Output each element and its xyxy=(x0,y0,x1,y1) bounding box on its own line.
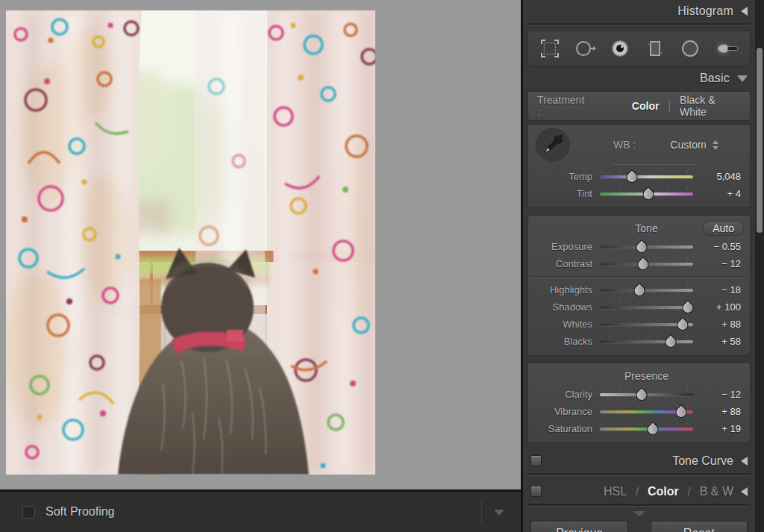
whites-slider[interactable] xyxy=(600,317,693,332)
highlights-value: − 18 xyxy=(693,284,744,295)
soft-proofing-label: Soft Proofing xyxy=(46,505,115,519)
reset-button[interactable]: Reset xyxy=(651,521,748,532)
auto-tone-button[interactable]: Auto xyxy=(703,221,744,236)
hsl-separator: / xyxy=(636,486,639,498)
basic-panel-header[interactable]: Basic xyxy=(523,68,755,89)
bw-option[interactable]: B & W xyxy=(700,485,733,498)
vibrance-slider[interactable] xyxy=(600,404,693,419)
clarity-slider-row: Clarity − 12 xyxy=(528,386,750,403)
presence-section-title: Presence xyxy=(600,370,693,382)
tone-section-title: Tone xyxy=(600,222,693,234)
whites-slider-row: Whites + 88 xyxy=(528,316,750,333)
bottom-toolbar: Soft Proofing xyxy=(0,489,521,532)
tool-strip xyxy=(527,31,751,66)
saturation-slider[interactable] xyxy=(600,422,693,436)
wb-selected-value[interactable]: Custom xyxy=(670,139,706,151)
hsl-separator: / xyxy=(688,486,691,498)
wb-stepper-icon[interactable] xyxy=(713,140,718,150)
adjustment-brush-tool-icon[interactable] xyxy=(714,37,739,60)
temp-label: Temp xyxy=(528,171,600,182)
collapse-down-icon xyxy=(737,75,748,82)
hsl-panel-header[interactable]: HSL / Color / B & W xyxy=(523,480,755,503)
shadows-slider-track[interactable] xyxy=(600,306,693,309)
highlights-slider-track[interactable] xyxy=(600,289,693,292)
wb-label: WB : xyxy=(613,139,636,151)
contrast-slider[interactable] xyxy=(600,257,693,272)
previous-button[interactable]: Previous xyxy=(530,521,628,532)
slider-ticks xyxy=(600,388,693,391)
vibrance-slider-row: Vibrance + 88 xyxy=(528,403,750,420)
temp-slider-row: Temp 5,048 xyxy=(528,168,750,185)
blacks-slider[interactable] xyxy=(600,334,693,349)
color-option[interactable]: Color xyxy=(648,485,679,498)
shadows-slider-row: Shadows + 100 xyxy=(528,298,750,316)
exposure-slider[interactable] xyxy=(600,240,693,254)
highlights-label: Highlights xyxy=(528,284,600,295)
histogram-panel-header[interactable]: Histogram xyxy=(523,0,755,22)
tint-slider[interactable] xyxy=(600,187,693,201)
whites-label: Whites xyxy=(528,319,600,330)
exposure-label: Exposure xyxy=(528,241,600,252)
hsl-toggle[interactable] xyxy=(530,486,542,497)
contrast-label: Contrast xyxy=(528,258,600,269)
basic-title: Basic xyxy=(700,72,730,85)
graduated-filter-tool-icon[interactable] xyxy=(644,37,666,60)
slider-ticks xyxy=(600,335,693,338)
collapse-left-icon xyxy=(741,7,748,16)
tint-slider-row: Tint + 4 xyxy=(528,185,750,202)
slider-ticks xyxy=(600,422,693,425)
radial-filter-tool-icon[interactable] xyxy=(679,37,701,60)
tone-curve-toggle[interactable] xyxy=(530,455,542,466)
treatment-color-option[interactable]: Color xyxy=(632,100,660,112)
blacks-slider-row: Blacks + 58 xyxy=(528,333,750,350)
temp-slider[interactable] xyxy=(600,169,693,184)
tone-box: Tone Auto Exposure − 0.55 Contrast xyxy=(527,215,751,356)
contrast-value: − 12 xyxy=(693,258,744,269)
develop-right-panel: Histogram xyxy=(523,0,755,532)
spot-removal-tool-icon[interactable] xyxy=(574,37,596,60)
tone-curve-title: Tone Curve xyxy=(672,454,733,468)
collapse-left-icon xyxy=(741,457,748,466)
eyedropper-icon xyxy=(538,130,568,160)
treatment-separator: | xyxy=(668,100,671,112)
contrast-slider-row: Contrast − 12 xyxy=(528,255,750,272)
highlights-slider-row: Highlights − 18 xyxy=(528,281,750,298)
saturation-label: Saturation xyxy=(528,423,600,434)
panel-scrollbar[interactable] xyxy=(755,0,764,532)
blacks-slider-track[interactable] xyxy=(600,340,693,343)
whites-value: + 88 xyxy=(693,319,744,330)
highlights-slider[interactable] xyxy=(600,283,693,298)
temp-value: 5,048 xyxy=(693,171,744,182)
panel-scrollbar-thumb[interactable] xyxy=(757,48,763,233)
panel-groove xyxy=(527,473,751,476)
toolbar-options-arrow-icon[interactable] xyxy=(494,510,504,516)
photo-canvas-area xyxy=(0,0,521,489)
wb-eyedropper-button[interactable] xyxy=(536,128,570,162)
tone-curve-panel-header[interactable]: Tone Curve xyxy=(523,449,755,472)
exposure-slider-row: Exposure − 0.55 xyxy=(528,238,750,255)
slider-ticks xyxy=(600,301,693,304)
collapse-left-icon xyxy=(741,487,748,496)
temp-slider-track[interactable] xyxy=(600,175,693,178)
exposure-slider-thumb[interactable] xyxy=(634,239,650,254)
clarity-slider[interactable] xyxy=(600,387,693,402)
photo-dog-at-window[interactable] xyxy=(6,10,375,475)
saturation-slider-row: Saturation + 19 xyxy=(528,420,750,437)
clarity-value: − 12 xyxy=(693,389,744,400)
tone-inner-separator xyxy=(531,276,747,278)
soft-proofing-checkbox[interactable] xyxy=(22,506,35,519)
vibrance-value: + 88 xyxy=(693,406,744,417)
crop-tool-icon[interactable] xyxy=(539,37,561,60)
shadows-slider[interactable] xyxy=(600,300,693,315)
treatment-bw-option[interactable]: Black & White xyxy=(680,94,741,118)
shadows-label: Shadows xyxy=(528,301,600,313)
shadows-value: + 100 xyxy=(693,301,744,313)
red-eye-tool-icon[interactable] xyxy=(609,37,631,60)
develop-buttons-row: Previous Reset xyxy=(523,518,755,532)
tint-value: + 4 xyxy=(693,188,744,199)
hsl-option[interactable]: HSL xyxy=(604,485,627,498)
panel-end-mark xyxy=(523,507,755,518)
presence-box: Presence Clarity − 12 Vibrance xyxy=(527,363,751,443)
white-balance-box: WB : Custom Temp 5,048 Tint xyxy=(527,125,751,208)
slider-ticks xyxy=(600,284,693,287)
